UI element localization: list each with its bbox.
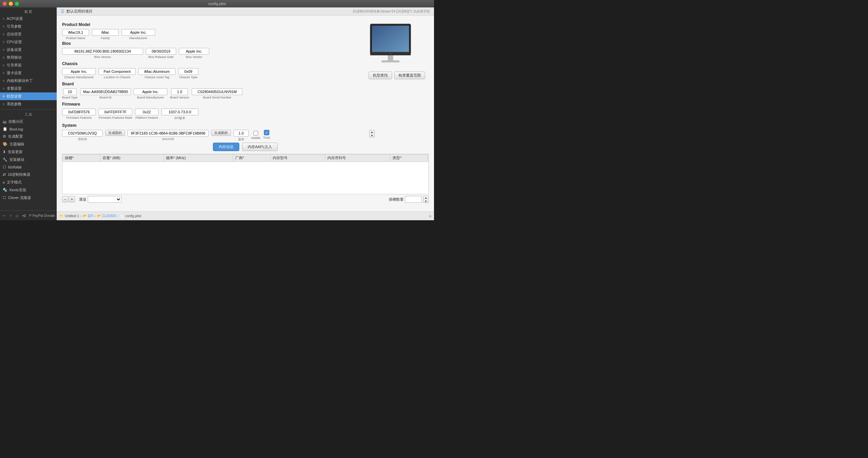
sidebar-tool-install-update[interactable]: ⬇ 安装更新 [0, 148, 57, 156]
maximize-button[interactable] [15, 2, 19, 6]
memory-buttons: 内存信息 内存AAPL注入 [62, 143, 429, 151]
back-button[interactable]: ← [0, 212, 8, 219]
chassis-type-input[interactable] [178, 68, 198, 75]
convert-icon: ⇄ [3, 172, 6, 177]
bios-version-input[interactable] [62, 48, 143, 55]
find-model-button[interactable]: 机型查找 [369, 71, 392, 79]
sidebar-item-kernel[interactable]: ≡ 内核和驱动补丁 [0, 77, 57, 85]
sidebar-item-cpu[interactable]: ≡ CPU设置 [0, 38, 57, 46]
sidebar-item-gpu[interactable]: ≡ 显卡设置 [0, 69, 57, 77]
chassis-asset-tag-field: Chassis Asset Tag [138, 68, 175, 79]
slots-stepper-up[interactable]: ▲ [424, 196, 428, 199]
chassis-asset-tag-input[interactable] [138, 68, 175, 75]
sidebar-tool-kexts[interactable]: 🔩 Kexts安装 [0, 186, 57, 194]
product-name-input[interactable] [62, 29, 89, 36]
board-manufacturer-input[interactable] [134, 88, 167, 95]
board-type-input[interactable] [63, 88, 77, 95]
chassis-location-input[interactable] [99, 68, 136, 75]
sidebar-item-acpi[interactable]: ≡ ACPI设置 [0, 15, 57, 23]
remove-row-button[interactable]: − [62, 196, 68, 202]
mem-col-vendor: 厂商* [233, 154, 271, 162]
slots-input[interactable] [405, 196, 422, 203]
minimize-button[interactable] [9, 2, 13, 6]
bios-vendor-input[interactable] [179, 48, 209, 55]
sidebar-item-sys-param[interactable]: ≡ 系统参数 [0, 100, 57, 108]
list-icon: ≡ [3, 71, 5, 75]
sidebar-tool-text-mode[interactable]: ≡ 文字模式 [0, 178, 57, 186]
window-controls[interactable] [3, 2, 19, 6]
stepper-up-button[interactable]: ▲ [370, 130, 374, 134]
sidebar-tool-bootlog[interactable]: 📋 Boot.log [0, 125, 57, 133]
system-version-input[interactable] [234, 130, 249, 137]
smuuid-input[interactable] [128, 130, 209, 137]
tool-label: Kexts安装 [9, 188, 26, 193]
firmware-features-input[interactable] [62, 109, 96, 115]
sidebar-item-model[interactable]: ≡ 机型设置 [0, 92, 57, 100]
text-icon: ≡ [3, 180, 5, 184]
efi-version-input[interactable] [161, 109, 198, 115]
memory-aapl-button[interactable]: 内存AAPL注入 [242, 143, 278, 151]
trust-checkbox[interactable] [264, 130, 269, 135]
family-field: Family [92, 29, 119, 40]
close-button[interactable] [3, 2, 7, 6]
firmware-features-mask-label: Firmware Features Mask [99, 116, 132, 119]
system-serial-input[interactable] [62, 130, 103, 137]
generate-uuid-button[interactable]: 生成新的 [211, 130, 231, 136]
platform-feature-input[interactable] [135, 109, 159, 115]
status-bar-menu-icon[interactable]: ≡ [429, 214, 431, 219]
memory-info-button[interactable]: 内存信息 [213, 143, 239, 151]
board-version-input[interactable] [171, 88, 188, 95]
window-title: config.plist [208, 2, 226, 6]
tool-label: 主题编辑 [9, 142, 24, 147]
sidebar-item-variable[interactable]: ≡ 变量设置 [0, 85, 57, 92]
folder-icon-2: 📂 [97, 214, 101, 218]
kext-icon: 🔩 [3, 188, 7, 192]
board-serial-input[interactable] [192, 88, 242, 95]
bios-release-date-input[interactable] [146, 48, 176, 55]
home-button[interactable]: ⌂ [14, 212, 20, 219]
breadcrumb-clover: CLOVER [102, 214, 116, 218]
sidebar-item-label: 变量设置 [7, 86, 22, 91]
donate-button[interactable]: P PayPal Donate [28, 212, 56, 219]
board-id-field: Board-ID [80, 88, 131, 99]
channel-select[interactable] [88, 196, 121, 203]
sidebar-item-device[interactable]: ≡ 设备设置 [0, 46, 57, 54]
breadcrumb-clover-folder[interactable]: 📂 CLOVER [97, 214, 116, 218]
sidebar-tool-nvram[interactable]: ☐ NVRAM [0, 164, 57, 171]
list-icon: ≡ [3, 87, 5, 90]
sidebar-item-boot-bg[interactable]: ≡ 启动背景 [0, 30, 57, 38]
firmware-features-mask-field: Firmware Features Mask [99, 109, 132, 120]
scroll-stepper[interactable]: ▲ ▼ [369, 130, 375, 137]
slots-stepper-down[interactable]: ▼ [424, 199, 428, 203]
family-input[interactable] [92, 29, 119, 36]
imac-image-container: 机型查找 检查覆盖范围 [369, 22, 425, 79]
firmware-features-mask-input[interactable] [99, 109, 132, 115]
breadcrumb-efi-folder[interactable]: 📂 EFI [83, 214, 93, 218]
chassis-manufacturer-input[interactable] [62, 68, 96, 75]
sidebar-tool-mount[interactable]: 🖴 挂载分区 [0, 118, 57, 125]
mobile-checkbox[interactable] [253, 131, 258, 136]
sidebar-item-boot-ui[interactable]: ≡ 引导界面 [0, 61, 57, 69]
sidebar-tool-install-drv[interactable]: 🔧 安装驱动 [0, 156, 57, 164]
sidebar-tool-theme[interactable]: 🎨 主题编辑 [0, 140, 57, 148]
sidebar-tool-hex[interactable]: ⇄ 16进制转换器 [0, 171, 57, 178]
sidebar-tool-gen-config[interactable]: ⚙ 生成配置 [0, 133, 57, 140]
sidebar-item-boot-args[interactable]: ≡ 引导参数 [0, 23, 57, 30]
sidebar-item-disable-drv[interactable]: ≡ 禁用驱动 [0, 54, 57, 61]
tool-label: Clover 克隆器 [8, 195, 31, 200]
board-type-field: Board Type [62, 88, 78, 99]
up-button[interactable]: ↑ [8, 212, 13, 219]
board-id-input[interactable] [80, 88, 131, 95]
chassis-manufacturer-field: Chassis Manufacturer [62, 68, 96, 79]
board-manufacturer-label: Board Manufacturer [137, 96, 164, 99]
share-button[interactable]: ⊲ [21, 212, 27, 219]
add-row-button[interactable]: + [69, 196, 75, 202]
generate-serial-button[interactable]: 生成新的 [105, 130, 125, 136]
stepper-down-button[interactable]: ▼ [370, 134, 374, 137]
board-version-field: Board Version [170, 88, 189, 99]
sidebar-tool-clover[interactable]: ☐ Clover 克隆器 [0, 194, 57, 202]
slots-stepper[interactable]: ▲ ▼ [423, 196, 429, 203]
sidebar-bottom-bar: ← ↑ ⌂ ⊲ P PayPal Donate [0, 210, 57, 220]
check-coverage-button[interactable]: 检查覆盖范围 [394, 71, 425, 79]
manufacturer-input[interactable] [121, 29, 155, 36]
